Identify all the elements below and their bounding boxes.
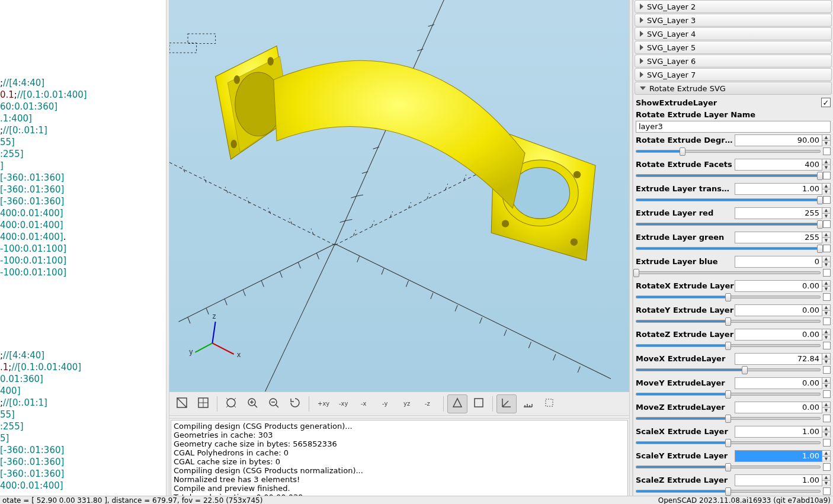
group-header-rotate-extrude-svg[interactable]: Rotate Extrude SVG xyxy=(635,82,832,95)
slider[interactable] xyxy=(636,417,821,420)
slider-lock-checkbox[interactable] xyxy=(823,245,831,252)
spin-down-icon[interactable]: ▼ xyxy=(822,238,830,243)
spin-up-icon[interactable]: ▲ xyxy=(822,184,830,190)
axo-neg-x-button[interactable]: -x xyxy=(355,394,376,413)
param-input[interactable] xyxy=(735,232,822,243)
checkbox-show-extrude-layer[interactable]: ✓ xyxy=(821,98,831,107)
spin-down-icon[interactable]: ▼ xyxy=(822,359,830,365)
spin-down-icon[interactable]: ▼ xyxy=(822,287,830,292)
slider[interactable] xyxy=(636,198,821,201)
slider-lock-checkbox[interactable] xyxy=(823,220,831,228)
view-all-button[interactable] xyxy=(221,394,241,413)
slider[interactable] xyxy=(636,174,821,177)
render-button[interactable] xyxy=(193,394,213,413)
spinbox[interactable]: ▲▼ xyxy=(735,280,831,292)
spin-up-icon[interactable]: ▲ xyxy=(822,232,830,238)
spin-up-icon[interactable]: ▲ xyxy=(822,281,830,287)
spinbox[interactable]: ▲▼ xyxy=(735,159,831,171)
spinbox[interactable]: ▲▼ xyxy=(735,304,831,316)
slider-lock-checkbox[interactable] xyxy=(823,366,831,374)
slider[interactable] xyxy=(636,320,821,323)
spin-down-icon[interactable]: ▼ xyxy=(822,481,830,486)
slider[interactable] xyxy=(636,466,821,468)
axo-xy-button[interactable]: +xy xyxy=(313,394,333,413)
spinbox[interactable]: ▲▼ xyxy=(735,329,831,341)
splitter-console[interactable] xyxy=(169,415,629,419)
param-input[interactable] xyxy=(735,256,822,268)
param-input[interactable] xyxy=(735,329,822,341)
spin-down-icon[interactable]: ▼ xyxy=(822,335,830,341)
slider-lock-checkbox[interactable] xyxy=(823,196,831,204)
slider[interactable] xyxy=(636,393,821,396)
spin-up-icon[interactable]: ▲ xyxy=(822,256,830,262)
param-input[interactable] xyxy=(735,353,822,365)
param-input[interactable] xyxy=(735,450,822,462)
preview-button[interactable] xyxy=(172,394,192,413)
slider[interactable] xyxy=(636,296,821,298)
param-input[interactable] xyxy=(735,134,822,146)
spinbox[interactable]: ▲▼ xyxy=(735,426,831,438)
group-header[interactable]: SVG_Layer 7 xyxy=(635,68,832,81)
spin-down-icon[interactable]: ▼ xyxy=(822,432,830,438)
input-rotate-extrude-layer-name[interactable] xyxy=(636,121,831,133)
slider-lock-checkbox[interactable] xyxy=(823,147,831,155)
spinbox[interactable]: ▲▼ xyxy=(735,207,831,219)
spin-down-icon[interactable]: ▼ xyxy=(822,190,830,195)
slider-lock-checkbox[interactable] xyxy=(823,415,831,422)
spin-up-icon[interactable]: ▲ xyxy=(822,354,830,359)
slider-lock-checkbox[interactable] xyxy=(823,390,831,398)
param-input[interactable] xyxy=(735,159,822,171)
spin-up-icon[interactable]: ▲ xyxy=(822,159,830,165)
slider-lock-checkbox[interactable] xyxy=(823,342,831,349)
spin-up-icon[interactable]: ▲ xyxy=(822,451,830,457)
spin-up-icon[interactable]: ▲ xyxy=(822,378,830,384)
ortho-button[interactable] xyxy=(469,394,489,413)
viewport-3d[interactable]: x y z xyxy=(169,0,629,391)
param-input[interactable] xyxy=(735,426,822,438)
spinbox[interactable]: ▲▼ xyxy=(735,183,831,195)
slider-lock-checkbox[interactable] xyxy=(823,463,831,471)
spin-down-icon[interactable]: ▼ xyxy=(822,214,830,219)
code-editor[interactable]: ;//[4:4:40]0.1;//[0.1:0.01:400]60:0.01:3… xyxy=(0,0,166,504)
show-crosshair-button[interactable] xyxy=(539,394,559,413)
param-input[interactable] xyxy=(735,207,822,219)
group-header[interactable]: SVG_Layer 2 xyxy=(635,0,832,13)
group-header[interactable]: SVG_Layer 6 xyxy=(635,54,832,68)
spin-down-icon[interactable]: ▼ xyxy=(822,408,830,413)
spinbox[interactable]: ▲▼ xyxy=(735,402,831,413)
param-input[interactable] xyxy=(735,304,822,316)
group-header[interactable]: SVG_Layer 5 xyxy=(635,41,832,54)
zoom-out-button[interactable] xyxy=(264,394,284,413)
slider-lock-checkbox[interactable] xyxy=(823,172,831,179)
spin-up-icon[interactable]: ▲ xyxy=(822,135,830,141)
axo-neg-z-button[interactable]: -z xyxy=(419,394,440,413)
spin-up-icon[interactable]: ▲ xyxy=(822,305,830,311)
axo-yz-button[interactable]: yz xyxy=(398,394,418,413)
show-scale-button[interactable] xyxy=(518,394,538,413)
param-input[interactable] xyxy=(735,183,822,195)
spinbox[interactable]: ▲▼ xyxy=(735,474,831,486)
slider-lock-checkbox[interactable] xyxy=(823,439,831,447)
spin-down-icon[interactable]: ▼ xyxy=(822,311,830,316)
spin-up-icon[interactable]: ▲ xyxy=(822,208,830,214)
slider[interactable] xyxy=(636,490,821,493)
param-input[interactable] xyxy=(735,280,822,292)
console-output[interactable]: Compiling design (CSG Products generatio… xyxy=(171,420,628,503)
spinbox[interactable]: ▲▼ xyxy=(735,134,831,146)
spin-up-icon[interactable]: ▲ xyxy=(822,475,830,481)
spinbox[interactable]: ▲▼ xyxy=(735,232,831,243)
slider-lock-checkbox[interactable] xyxy=(823,269,831,277)
spinbox[interactable]: ▲▼ xyxy=(735,353,831,365)
spin-down-icon[interactable]: ▼ xyxy=(822,262,830,268)
group-header[interactable]: SVG_Layer 4 xyxy=(635,27,832,40)
slider-lock-checkbox[interactable] xyxy=(823,317,831,325)
spinbox[interactable]: ▲▼ xyxy=(735,256,831,268)
zoom-in-button[interactable] xyxy=(242,394,262,413)
param-input[interactable] xyxy=(735,474,822,486)
slider[interactable] xyxy=(636,223,821,226)
show-axes-button[interactable] xyxy=(496,394,517,413)
slider[interactable] xyxy=(636,150,821,153)
spin-down-icon[interactable]: ▼ xyxy=(822,165,830,171)
slider[interactable] xyxy=(636,247,821,250)
slider[interactable] xyxy=(636,368,821,371)
